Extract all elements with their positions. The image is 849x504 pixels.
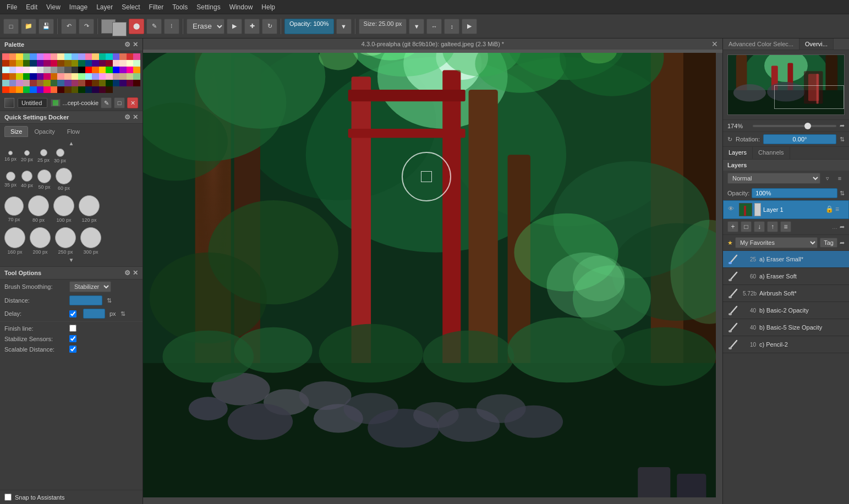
color-swatch-55[interactable] [106, 67, 113, 73]
color-swatch-1[interactable] [9, 53, 17, 60]
color-swatch-36[interactable] [113, 60, 120, 67]
color-swatch-9[interactable] [64, 53, 72, 60]
color-swatch-54[interactable] [99, 67, 106, 73]
zoom-slider[interactable] [753, 125, 836, 127]
color-swatch-49[interactable] [64, 67, 72, 73]
color-swatch-59[interactable] [133, 67, 140, 73]
layer-copy-btn[interactable]: □ [114, 97, 125, 108]
color-swatch-48[interactable] [57, 67, 64, 73]
brush-preset-item-2[interactable]: 5.72b Airbrush Soft* [723, 285, 849, 302]
color-swatch-37[interactable] [119, 60, 127, 67]
grid-icon[interactable]: ⁝ [164, 19, 179, 34]
color-swatch-22[interactable] [16, 60, 23, 67]
color-swatch-34[interactable] [99, 60, 106, 67]
color-swatch-30[interactable] [72, 60, 79, 67]
menu-window[interactable]: Window [225, 2, 258, 12]
qs-tab-opacity[interactable]: Opacity [28, 126, 61, 137]
brush-size-item-30[interactable]: 30 px [54, 149, 66, 163]
color-swatch-63[interactable] [23, 73, 30, 80]
color-swatch-8[interactable] [57, 53, 64, 60]
canvas-area[interactable]: 4.3.0-prealpha (git 8c9b10e): galteed.jp… [143, 39, 722, 504]
to-finishline-check[interactable] [69, 325, 76, 332]
color-swatch-25[interactable] [37, 60, 44, 67]
brush-preset-item-5[interactable]: 10 c) Pencil-2 [723, 336, 849, 353]
blend-options-icon[interactable]: ≡ [835, 173, 845, 183]
brush-size-item-120[interactable]: 120 px [79, 195, 100, 223]
color-swatch-92[interactable] [85, 80, 92, 86]
tab-layers[interactable]: Layers [723, 147, 753, 159]
palette-close-icon[interactable]: ✕ [133, 41, 138, 48]
brush-size-item-16[interactable]: 16 px [4, 151, 17, 162]
color-swatch-32[interactable] [85, 60, 92, 67]
brush-size-item-35[interactable]: 35 px [4, 172, 17, 188]
color-swatch-58[interactable] [127, 67, 134, 73]
to-settings-icon[interactable]: ⚙ [124, 269, 130, 277]
layers-menu-btn[interactable]: ≡ [780, 221, 791, 232]
color-swatch-20[interactable] [2, 60, 9, 67]
qs-tab-size[interactable]: Size [4, 126, 28, 137]
brush-preset-item-4[interactable]: 40 b) Basic-5 Size Opacity [723, 319, 849, 336]
color-swatch-100[interactable] [2, 86, 9, 93]
color-swatch-95[interactable] [106, 80, 113, 86]
brush-icon[interactable]: ✎ [146, 19, 162, 34]
color-swatch-51[interactable] [78, 67, 85, 73]
play-button[interactable]: ▶ [462, 19, 477, 34]
color-swatch-67[interactable] [51, 73, 58, 80]
opacity-dropdown[interactable]: ▼ [336, 19, 352, 34]
color-swatch-112[interactable] [85, 86, 92, 93]
layers-expand-icon[interactable]: ➦ [840, 223, 845, 231]
tab-channels[interactable]: Channels [753, 147, 790, 159]
color-swatch-64[interactable] [30, 73, 37, 80]
color-swatch-23[interactable] [23, 60, 30, 67]
color-swatch-62[interactable] [16, 73, 23, 80]
color-swatch-94[interactable] [99, 80, 106, 86]
size-control[interactable]: Size: 25.00 px [359, 19, 407, 34]
opacity-arrows[interactable]: ⇅ [840, 190, 845, 197]
color-swatch-96[interactable] [113, 80, 120, 86]
color-swatch-79[interactable] [133, 73, 140, 80]
color-swatch-35[interactable] [106, 60, 113, 67]
background-color[interactable] [112, 22, 127, 36]
brush-preset-item-1[interactable]: 60 a) Eraser Soft [723, 268, 849, 285]
color-swatch-90[interactable] [72, 80, 79, 86]
color-swatch-78[interactable] [127, 73, 134, 80]
brush-tag-button[interactable]: Tag [820, 238, 837, 248]
brush-size-item-250[interactable]: 250 px [55, 227, 76, 255]
eraser-select[interactable]: Erase [187, 19, 224, 34]
to-distance-arrows[interactable]: ⇅ [107, 297, 112, 304]
brush-presets-expand-icon[interactable]: ➦ [840, 239, 845, 246]
color-swatch-41[interactable] [9, 67, 17, 73]
layer-delete-btn[interactable]: ✕ [127, 97, 138, 108]
color-swatch-111[interactable] [78, 86, 85, 93]
to-distance-input[interactable]: 50.0 [69, 295, 102, 305]
layer-visibility-icon[interactable]: 👁 [728, 205, 737, 214]
color-swatch-14[interactable] [99, 53, 106, 60]
canvas-scrollbar-horizontal[interactable] [143, 497, 722, 504]
qs-scroll-up[interactable]: ▲ [4, 140, 138, 146]
color-swatch-42[interactable] [16, 67, 23, 73]
undo-button[interactable]: ↶ [61, 19, 76, 34]
brush-size-item-20[interactable]: 20 px [21, 150, 33, 162]
menu-help[interactable]: Help [257, 2, 280, 12]
color-swatch-83[interactable] [23, 80, 30, 86]
qs-settings-icon[interactable]: ⚙ [124, 113, 130, 121]
color-swatch-53[interactable] [92, 67, 99, 73]
color-swatch-5[interactable] [37, 53, 44, 60]
color-swatch-7[interactable] [51, 53, 58, 60]
brush-size-item-50[interactable]: 50 px [37, 169, 51, 190]
flow-icon[interactable]: ▶ [227, 19, 242, 34]
color-swatch-113[interactable] [92, 86, 99, 93]
to-delay-input[interactable]: 50 [83, 309, 105, 319]
to-delay-check[interactable] [69, 310, 76, 317]
color-swatch-71[interactable] [78, 73, 85, 80]
layer-brush-color[interactable] [51, 99, 61, 107]
tab-advanced-color[interactable]: Advanced Color Selec... [723, 39, 799, 50]
color-swatch-86[interactable] [43, 80, 51, 86]
color-swatch-45[interactable] [37, 67, 44, 73]
color-swatch-91[interactable] [78, 80, 85, 86]
color-swatch-33[interactable] [92, 60, 99, 67]
layer-item-1[interactable]: 👁 Layer 1 🔒 ≡ [723, 200, 849, 219]
brush-preset-item-3[interactable]: 40 b) Basic-2 Opacity [723, 302, 849, 319]
color-swatch-104[interactable] [30, 86, 37, 93]
menu-image[interactable]: Image [65, 2, 92, 12]
